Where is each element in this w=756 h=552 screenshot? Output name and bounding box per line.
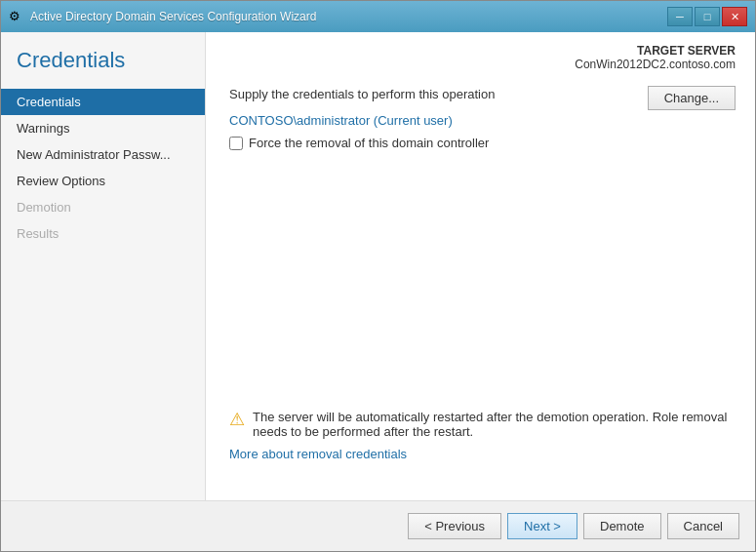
title-bar: ⚙ Active Directory Domain Services Confi… xyxy=(1,1,755,32)
force-removal-row: Force the removal of this domain control… xyxy=(229,136,732,150)
more-about-removal-link[interactable]: More about removal credentials xyxy=(229,447,407,461)
demote-button[interactable]: Demote xyxy=(583,513,661,539)
previous-button[interactable]: < Previous xyxy=(408,513,501,539)
spacer xyxy=(229,166,732,402)
sidebar-item-results: Results xyxy=(1,220,205,247)
target-server-label: TARGET SERVER xyxy=(575,44,736,58)
current-user-info: CONTOSO\administrator (Current user) xyxy=(229,113,732,128)
sidebar-title: Credentials xyxy=(1,48,205,89)
force-removal-checkbox[interactable] xyxy=(229,137,243,150)
force-removal-label[interactable]: Force the removal of this domain control… xyxy=(249,136,489,150)
title-bar-text: Active Directory Domain Services Configu… xyxy=(30,10,316,23)
minimize-button[interactable]: ─ xyxy=(667,7,693,26)
warning-box: ⚠ The server will be automatically resta… xyxy=(229,402,732,469)
next-button[interactable]: Next > xyxy=(507,513,577,539)
sidebar: Credentials Credentials Warnings New Adm… xyxy=(1,32,206,500)
sidebar-item-new-admin-password[interactable]: New Administrator Passw... xyxy=(1,141,205,168)
cancel-button[interactable]: Cancel xyxy=(667,513,739,539)
target-server-name: ConWin2012DC2.contoso.com xyxy=(575,58,736,71)
change-button[interactable]: Change... xyxy=(648,86,736,110)
sidebar-item-review-options[interactable]: Review Options xyxy=(1,168,205,194)
main-window: ⚙ Active Directory Domain Services Confi… xyxy=(0,0,756,552)
main-panel: TARGET SERVER ConWin2012DC2.contoso.com … xyxy=(206,32,755,500)
title-bar-buttons: ─ □ ✕ xyxy=(667,7,747,26)
sidebar-item-warnings[interactable]: Warnings xyxy=(1,115,205,141)
app-icon: ⚙ xyxy=(9,9,24,24)
sidebar-item-credentials[interactable]: Credentials xyxy=(1,89,205,115)
warning-message: ⚠ The server will be automatically resta… xyxy=(229,410,732,439)
footer: < Previous Next > Demote Cancel xyxy=(1,500,755,551)
title-bar-left: ⚙ Active Directory Domain Services Confi… xyxy=(9,9,316,24)
warning-icon: ⚠ xyxy=(229,409,245,430)
close-button[interactable]: ✕ xyxy=(722,7,747,26)
target-server-info: TARGET SERVER ConWin2012DC2.contoso.com xyxy=(575,44,736,71)
warning-text: The server will be automatically restart… xyxy=(253,410,732,439)
restore-button[interactable]: □ xyxy=(695,7,720,26)
content-area: Credentials Credentials Warnings New Adm… xyxy=(1,32,755,551)
sidebar-item-demotion: Demotion xyxy=(1,194,205,220)
main-content: Credentials Credentials Warnings New Adm… xyxy=(1,32,755,500)
